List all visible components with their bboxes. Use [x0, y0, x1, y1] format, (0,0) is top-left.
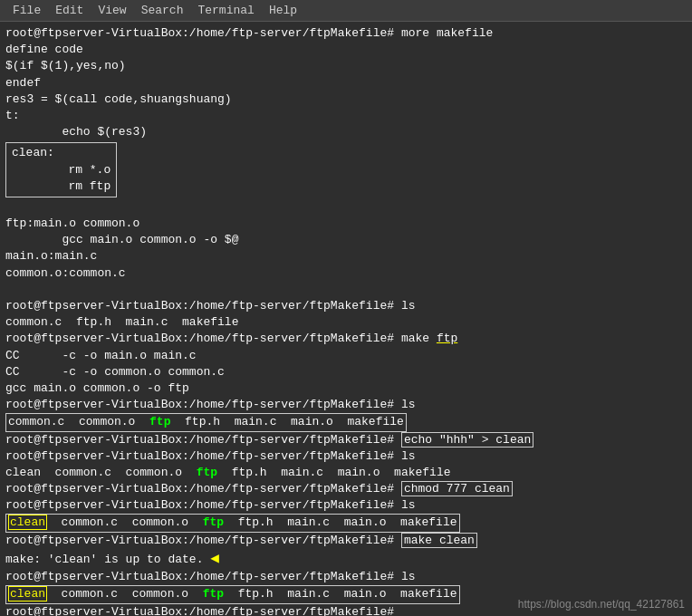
- make-clean-box: make clean: [401, 533, 477, 548]
- line-1: root@ftpserver-VirtualBox:/home/ftp-serv…: [5, 25, 687, 42]
- line-3: $(if $(1),yes,no): [5, 58, 687, 74]
- menubar: File Edit View Search Terminal Help: [0, 0, 692, 22]
- menu-file[interactable]: File: [5, 2, 48, 19]
- line-ls5: root@ftpserver-VirtualBox:/home/ftp-serv…: [5, 569, 687, 585]
- line-gcc: gcc main.o common.o -o ftp: [5, 380, 687, 397]
- menu-help[interactable]: Help: [262, 2, 304, 19]
- line-4: endef: [5, 75, 687, 91]
- echo-clean-line: root@ftpserver-VirtualBox:/home/ftp-serv…: [5, 432, 533, 448]
- line-ls2-result: common.c common.o ftp ftp.h main.c main.…: [8, 414, 404, 430]
- line-ls2: root@ftpserver-VirtualBox:/home/ftp-serv…: [5, 397, 687, 413]
- line-ls4-result: clean common.c common.o ftp ftp.h main.c…: [8, 515, 457, 531]
- line-5: res3 = $(call code,shuangshuang): [5, 91, 687, 108]
- line-7: echo $(res3): [5, 124, 687, 140]
- chmod-line: root@ftpserver-VirtualBox:/home/ftp-serv…: [5, 481, 513, 497]
- line-main: main.o:main.c: [5, 248, 687, 265]
- line-blank1: [5, 199, 687, 216]
- chmod-cmd-box: chmod 777 clean: [401, 481, 513, 496]
- echo-cmd-box: echo "hhh" > clean: [401, 432, 533, 448]
- arrow-icon: ◀: [210, 551, 219, 567]
- line-clean2: rm *.o: [12, 162, 111, 178]
- line-cc1: CC -c -o main.o main.c: [5, 348, 687, 364]
- line-clean1: clean:: [12, 145, 111, 161]
- make-clean-line: root@ftpserver-VirtualBox:/home/ftp-serv…: [5, 533, 477, 549]
- line-ls5-result: clean common.c common.o ftp ftp.h main.c…: [8, 586, 457, 602]
- line-ftp1: ftp:main.o common.o: [5, 216, 687, 232]
- line-blank2: [5, 282, 687, 298]
- line-ls3: root@ftpserver-VirtualBox:/home/ftp-serv…: [5, 448, 687, 465]
- ls4-result-box: clean common.c common.o ftp ftp.h main.c…: [5, 514, 460, 532]
- menu-view[interactable]: View: [91, 2, 133, 19]
- ls5-result-box: clean common.c common.o ftp ftp.h main.c…: [5, 585, 460, 603]
- watermark: https://blog.csdn.net/qq_42127861: [518, 598, 685, 611]
- menu-terminal[interactable]: Terminal: [190, 2, 261, 19]
- clean-section-box: clean: rm *.o rm ftp: [5, 142, 117, 197]
- line-ls1: root@ftpserver-VirtualBox:/home/ftp-serv…: [5, 298, 687, 314]
- menu-search[interactable]: Search: [134, 2, 191, 19]
- line-make-output: make: 'clean' is up to date. ◀: [5, 549, 687, 569]
- line-makeftp: root@ftpserver-VirtualBox:/home/ftp-serv…: [5, 331, 687, 347]
- line-cc2: CC -c -o common.o common.c: [5, 364, 687, 380]
- line-2: define code: [5, 42, 687, 58]
- terminal-output: root@ftpserver-VirtualBox:/home/ftp-serv…: [0, 22, 692, 616]
- line-ftp2: gcc main.o common.o -o $@: [5, 232, 687, 248]
- line-6: t:: [5, 108, 687, 124]
- line-clean3: rm ftp: [12, 178, 111, 195]
- ls2-result-box: common.c common.o ftp ftp.h main.c main.…: [5, 413, 407, 431]
- line-ls1-result: common.c ftp.h main.c makefile: [5, 314, 687, 331]
- line-ls3-result: clean common.c common.o ftp ftp.h main.c…: [5, 465, 687, 481]
- line-common: common.o:common.c: [5, 265, 687, 282]
- menu-edit[interactable]: Edit: [48, 2, 91, 19]
- line-ls4: root@ftpserver-VirtualBox:/home/ftp-serv…: [5, 497, 687, 514]
